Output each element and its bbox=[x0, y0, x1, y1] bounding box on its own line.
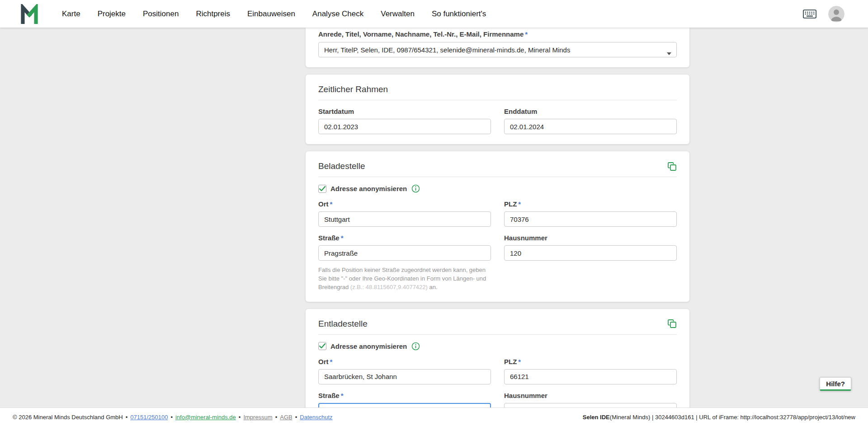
field-strasse: Straße* bbox=[318, 234, 491, 261]
copy-icon[interactable] bbox=[667, 319, 677, 328]
ort-input[interactable] bbox=[318, 211, 491, 227]
required-asterisk: * bbox=[341, 392, 344, 399]
nav-item-so-funktionierts[interactable]: So funktioniert's bbox=[432, 9, 486, 19]
divider bbox=[318, 100, 677, 100]
anonymize-checkbox[interactable] bbox=[318, 342, 326, 350]
hausnummer-input[interactable] bbox=[504, 245, 677, 261]
nav-item-karte[interactable]: Karte bbox=[62, 9, 80, 19]
hausnummer-label: Hausnummer bbox=[504, 392, 677, 400]
hausnummer-label: Hausnummer bbox=[504, 234, 677, 242]
enddatum-label: Enddatum bbox=[504, 108, 677, 116]
loading-point-card: Beladestelle Adresse anonymisieren bbox=[306, 151, 689, 302]
plz-label: PLZ* bbox=[504, 358, 677, 366]
copy-icon[interactable] bbox=[667, 162, 677, 171]
anonymize-label[interactable]: Adresse anonymisieren bbox=[330, 342, 407, 350]
top-navbar: Karte Projekte Positionen Richtpreis Ein… bbox=[0, 0, 868, 28]
footer-separator: • bbox=[239, 414, 241, 421]
divider bbox=[318, 334, 677, 335]
field-ort: Ort* bbox=[318, 200, 491, 227]
anonymize-row: Adresse anonymisieren bbox=[318, 184, 677, 193]
field-ort: Ort* bbox=[318, 358, 491, 384]
footer-left: © 2026 Mineral Minds Deutschland GmbH • … bbox=[13, 414, 333, 421]
strasse-label: Straße* bbox=[318, 234, 491, 242]
nav-item-verwalten[interactable]: Verwalten bbox=[381, 9, 415, 19]
info-icon[interactable] bbox=[411, 184, 420, 193]
nav-item-einbauweisen[interactable]: Einbauweisen bbox=[247, 9, 295, 19]
user-avatar[interactable] bbox=[828, 6, 844, 22]
timeframe-card: Zeitlicher Rahmen Startdatum Enddatum bbox=[306, 75, 689, 144]
footer-impressum-link[interactable]: Impressum bbox=[243, 414, 272, 421]
divider bbox=[318, 177, 677, 177]
project-form-column: Anrede, Titel, Vorname, Nachname, Tel.-N… bbox=[306, 28, 689, 426]
strasse-input[interactable] bbox=[318, 245, 491, 261]
strasse-label: Straße* bbox=[318, 392, 491, 400]
required-asterisk: * bbox=[330, 200, 333, 208]
required-asterisk: * bbox=[525, 30, 528, 38]
footer-datenschutz-link[interactable]: Datenschutz bbox=[300, 414, 332, 421]
anonymize-row: Adresse anonymisieren bbox=[318, 342, 677, 351]
plz-input[interactable] bbox=[504, 211, 677, 227]
info-icon[interactable] bbox=[411, 342, 420, 351]
main-content: Anrede, Titel, Vorname, Nachname, Tel.-N… bbox=[0, 28, 868, 426]
nav-item-analyse-check[interactable]: Analyse Check bbox=[312, 9, 363, 19]
footer: © 2026 Mineral Minds Deutschland GmbH • … bbox=[0, 407, 868, 426]
field-startdatum: Startdatum bbox=[318, 108, 491, 134]
footer-separator: • bbox=[295, 414, 297, 421]
plz-input[interactable] bbox=[504, 369, 677, 384]
help-button[interactable]: Hilfe? bbox=[820, 377, 851, 391]
required-asterisk: * bbox=[518, 200, 521, 208]
footer-separator: • bbox=[170, 414, 173, 421]
field-plz: PLZ* bbox=[504, 200, 677, 227]
anonymize-checkbox[interactable] bbox=[318, 185, 326, 193]
footer-separator: • bbox=[275, 414, 278, 421]
footer-phone-link[interactable]: 07151/250100 bbox=[130, 414, 168, 421]
footer-separator: • bbox=[126, 414, 128, 421]
contact-card: Anrede, Titel, Vorname, Nachname, Tel.-N… bbox=[306, 28, 689, 67]
mineral-minds-logo-icon[interactable] bbox=[20, 4, 38, 24]
anonymize-label[interactable]: Adresse anonymisieren bbox=[330, 185, 407, 192]
ort-label: Ort* bbox=[318, 358, 491, 366]
field-plz: PLZ* bbox=[504, 358, 677, 384]
footer-session-info: Selen IDE (Mineral Minds) | 30244603d161… bbox=[583, 414, 855, 421]
startdatum-label: Startdatum bbox=[318, 108, 491, 116]
startdatum-input[interactable] bbox=[318, 119, 491, 134]
ort-input[interactable] bbox=[318, 369, 491, 384]
enddatum-input[interactable] bbox=[504, 119, 677, 134]
nav-item-positionen[interactable]: Positionen bbox=[143, 9, 179, 19]
keyboard-icon[interactable] bbox=[803, 9, 816, 19]
footer-copyright: © 2026 Mineral Minds Deutschland GmbH bbox=[13, 414, 123, 421]
navbar-right bbox=[803, 6, 844, 22]
field-hausnummer: Hausnummer bbox=[504, 234, 677, 261]
session-user: Selen IDE bbox=[583, 414, 610, 421]
required-asterisk: * bbox=[330, 358, 333, 365]
nav-item-richtpreis[interactable]: Richtpreis bbox=[196, 9, 230, 19]
plz-label: PLZ* bbox=[504, 200, 677, 208]
contact-label: Anrede, Titel, Vorname, Nachname, Tel.-N… bbox=[318, 30, 677, 38]
strasse-helper-text: Falls die Position keiner Straße zugeord… bbox=[318, 266, 491, 292]
nav-item-projekte[interactable]: Projekte bbox=[98, 9, 126, 19]
contact-select-value: Herr, TitelP, Selen, IDE, 0987/654321, s… bbox=[324, 46, 570, 54]
main-navigation: Karte Projekte Positionen Richtpreis Ein… bbox=[62, 9, 486, 19]
contact-select[interactable]: Herr, TitelP, Selen, IDE, 0987/654321, s… bbox=[318, 42, 677, 57]
loading-point-title: Beladestelle bbox=[318, 161, 365, 171]
required-asterisk: * bbox=[341, 234, 344, 242]
field-enddatum: Enddatum bbox=[504, 108, 677, 134]
unloading-point-title: Entladestelle bbox=[318, 319, 368, 329]
ort-label: Ort* bbox=[318, 200, 491, 208]
footer-email-link[interactable]: info@mineral-minds.de bbox=[175, 414, 236, 421]
chevron-down-icon bbox=[667, 49, 671, 57]
footer-agb-link[interactable]: AGB bbox=[280, 414, 292, 421]
timeframe-title: Zeitlicher Rahmen bbox=[318, 84, 388, 94]
session-details: (Mineral Minds) | 30244603d161 | URL of … bbox=[610, 414, 855, 421]
required-asterisk: * bbox=[518, 358, 521, 365]
coords-example: (z.B.: 48.8115607,9.4077422) bbox=[350, 284, 428, 290]
